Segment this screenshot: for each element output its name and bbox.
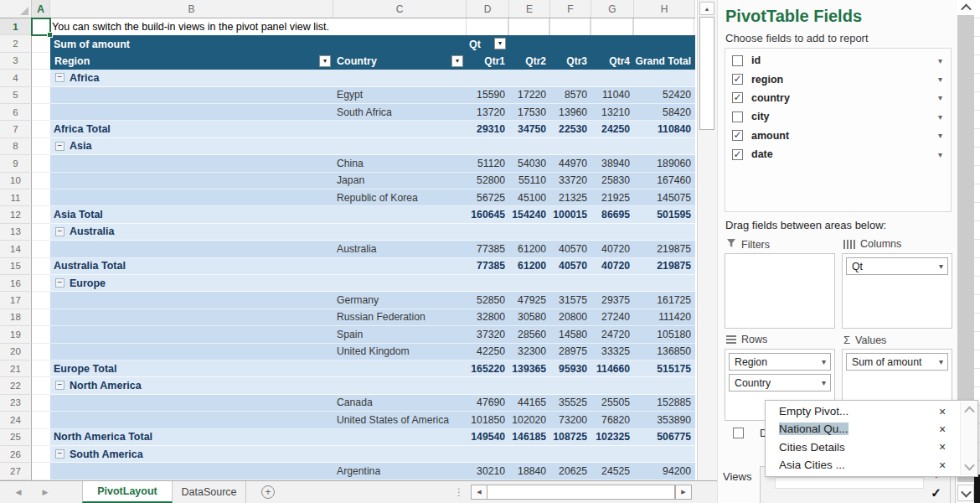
field-checkbox-country[interactable]: ✓	[732, 92, 743, 103]
value-cell[interactable]: 95930	[550, 360, 587, 376]
pill-dropdown-icon[interactable]: ▾	[939, 262, 943, 271]
column-header-e[interactable]: E	[509, 0, 550, 18]
pivot-row-total[interactable]: Africa Total29310347502253024250110840	[50, 121, 695, 137]
field-item-city[interactable]: city▾	[725, 107, 951, 126]
pivot-row-country[interactable]: Republic of Korea56725451002132521925145…	[50, 189, 695, 206]
value-cell[interactable]: 515175	[634, 360, 691, 376]
row-header-19[interactable]: 19	[0, 326, 32, 343]
cell-a[interactable]	[32, 395, 50, 412]
row-header-14[interactable]: 14	[0, 241, 32, 257]
value-cell[interactable]: 40720	[591, 241, 630, 257]
value-cell[interactable]: 58420	[634, 104, 691, 120]
value-cell[interactable]: 105180	[634, 326, 691, 342]
cell-a[interactable]	[32, 292, 50, 309]
value-cell[interactable]: 22530	[550, 121, 587, 137]
column-header-d[interactable]: D	[467, 0, 509, 18]
value-cell[interactable]: 110840	[634, 121, 691, 137]
column-header-h[interactable]: H	[634, 0, 695, 18]
field-dropdown-icon[interactable]: ▾	[938, 131, 942, 140]
collapse-icon[interactable]: −	[55, 381, 64, 390]
pivot-row-country[interactable]: Japan52800551103372025830167460	[50, 173, 695, 189]
row-header-26[interactable]: 26	[0, 446, 32, 463]
row-header-3[interactable]: 3	[0, 53, 32, 70]
value-cell[interactable]: 506775	[634, 429, 691, 445]
value-cell[interactable]: 30580	[509, 309, 546, 325]
field-dropdown-icon[interactable]: ▾	[938, 112, 942, 122]
value-cell[interactable]: 29375	[591, 292, 630, 308]
pivot-row-group[interactable]: −Europe	[50, 275, 695, 292]
view-item[interactable]: Asia Cities ...×	[766, 456, 958, 474]
pivot-row-total[interactable]: North America Total149540146185108725102…	[50, 429, 695, 446]
value-cell[interactable]: 77385	[467, 258, 505, 274]
pill-dropdown-icon[interactable]: ▾	[822, 378, 826, 387]
value-cell[interactable]: 219875	[634, 241, 691, 257]
panel-scroll-up-icon[interactable]	[957, 0, 974, 15]
value-cell[interactable]: 14580	[550, 326, 587, 342]
value-cell[interactable]: 51120	[467, 155, 505, 171]
pivot-row-group[interactable]: −Australia	[50, 224, 695, 241]
field-item-amount[interactable]: ✓amount▾	[725, 127, 951, 145]
value-cell[interactable]: 20800	[550, 309, 587, 325]
value-cell[interactable]: 61200	[509, 241, 546, 257]
collapse-icon[interactable]: −	[55, 449, 64, 459]
cell-a[interactable]	[32, 104, 50, 121]
value-cell[interactable]: 47925	[509, 292, 546, 308]
filters-drop-area[interactable]	[725, 253, 835, 329]
overflow-dots-icon[interactable]: ⋮	[454, 481, 464, 503]
scroll-up-icon[interactable]: ▲	[699, 2, 714, 15]
row-header-2[interactable]: 2	[0, 35, 32, 52]
pill-sum-of-amount[interactable]: Sum of amount▾	[846, 353, 948, 371]
value-cell[interactable]: 33720	[550, 173, 587, 189]
row-header-8[interactable]: 8	[0, 138, 32, 155]
pivot-row-country[interactable]: Spain37320285601458024720105180	[50, 326, 695, 343]
value-cell[interactable]: 152885	[634, 395, 691, 411]
field-checkbox-city[interactable]	[732, 111, 743, 122]
column-header-g[interactable]: G	[591, 0, 634, 18]
pill-dropdown-icon[interactable]: ▾	[822, 357, 826, 366]
qt-filter-button[interactable]: ▾	[494, 38, 506, 49]
value-cell[interactable]: 20625	[550, 463, 587, 479]
value-cell[interactable]: 52420	[634, 87, 691, 103]
value-cell[interactable]: 54030	[509, 155, 546, 171]
pivot-row-country[interactable]: Australia77385612004057040720219875	[50, 241, 695, 257]
pivot-row-group[interactable]: −North America	[50, 377, 695, 394]
field-dropdown-icon[interactable]: ▾	[938, 93, 942, 102]
pivot-row-country[interactable]: United States of America1018501020207320…	[50, 412, 695, 428]
value-cell[interactable]: 27240	[591, 309, 630, 325]
field-dropdown-icon[interactable]: ▾	[938, 75, 942, 84]
field-dropdown-icon[interactable]: ▾	[938, 56, 942, 65]
value-cell[interactable]: 35525	[550, 395, 587, 411]
column-header-b[interactable]: B	[50, 0, 333, 18]
value-cell[interactable]: 55110	[509, 173, 546, 189]
field-checkbox-amount[interactable]: ✓	[732, 130, 743, 141]
sheet-vertical-scrollbar[interactable]: ▲	[697, 0, 717, 480]
cell-a[interactable]	[32, 258, 50, 275]
cell-a[interactable]	[32, 377, 50, 394]
row-header-6[interactable]: 6	[0, 104, 32, 121]
pivot-row-country[interactable]: Russian Federation3280030580208002724011…	[50, 309, 695, 326]
view-close-icon[interactable]: ×	[935, 423, 950, 436]
column-header-f[interactable]: F	[550, 0, 591, 18]
cell-a2[interactable]	[32, 35, 50, 52]
cell-a[interactable]	[32, 155, 50, 172]
value-cell[interactable]: 24525	[591, 463, 630, 479]
value-cell[interactable]: 34750	[509, 121, 546, 137]
value-cell[interactable]: 94200	[634, 463, 691, 479]
column-header-a[interactable]: A	[32, 0, 50, 18]
popup-scrollbar[interactable]	[960, 402, 977, 475]
value-cell[interactable]: 149540	[467, 429, 505, 445]
pill-dropdown-icon[interactable]: ▾	[939, 357, 943, 366]
row-header-21[interactable]: 21	[0, 360, 32, 377]
popup-scroll-up-icon[interactable]	[964, 407, 975, 417]
cell-a[interactable]	[32, 87, 50, 104]
cell-a[interactable]	[32, 326, 50, 343]
value-cell[interactable]: 145075	[634, 189, 691, 205]
value-cell[interactable]: 101850	[467, 412, 505, 428]
value-cell[interactable]: 15590	[467, 87, 505, 103]
value-cell[interactable]: 47690	[467, 395, 505, 411]
value-cell[interactable]: 52800	[467, 173, 505, 189]
row-header-16[interactable]: 16	[0, 275, 32, 292]
value-cell[interactable]: 13210	[591, 104, 630, 120]
value-cell[interactable]: 146185	[509, 429, 546, 445]
row-header-18[interactable]: 18	[0, 309, 32, 326]
